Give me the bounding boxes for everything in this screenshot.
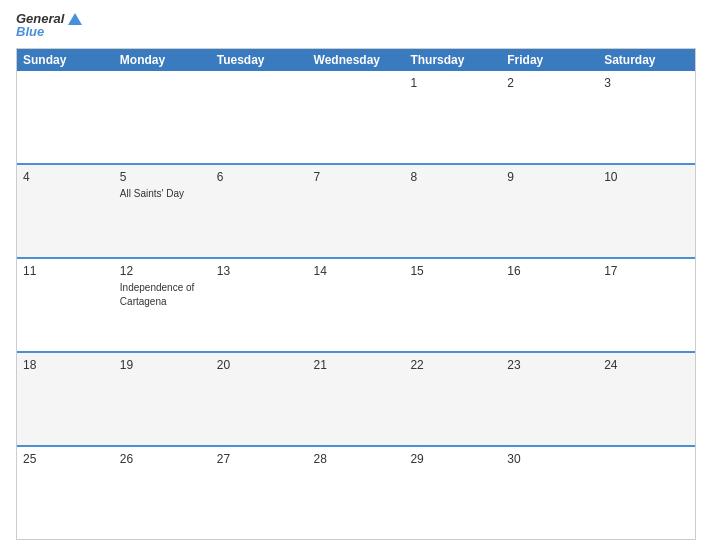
header-thursday: Thursday — [404, 49, 501, 71]
header-sunday: Sunday — [17, 49, 114, 71]
day-cell: 1 — [404, 71, 501, 163]
day-number: 16 — [507, 264, 592, 278]
day-number: 11 — [23, 264, 108, 278]
day-cell: 27 — [211, 447, 308, 539]
day-number: 18 — [23, 358, 108, 372]
day-cell: 24 — [598, 353, 695, 445]
day-cell: 19 — [114, 353, 211, 445]
calendar-page: General Blue Sunday Monday Tuesday Wedne… — [0, 0, 712, 550]
day-cell: 25 — [17, 447, 114, 539]
day-cell: 11 — [17, 259, 114, 351]
day-cell: 8 — [404, 165, 501, 257]
day-cell: 23 — [501, 353, 598, 445]
day-headers: Sunday Monday Tuesday Wednesday Thursday… — [17, 49, 695, 71]
calendar-grid: Sunday Monday Tuesday Wednesday Thursday… — [16, 48, 696, 540]
day-number: 21 — [314, 358, 399, 372]
header-tuesday: Tuesday — [211, 49, 308, 71]
day-number: 12 — [120, 264, 205, 278]
day-number: 17 — [604, 264, 689, 278]
day-cell — [308, 71, 405, 163]
day-number: 8 — [410, 170, 495, 184]
day-cell: 7 — [308, 165, 405, 257]
day-number: 30 — [507, 452, 592, 466]
week-3: 1112Independence of Cartagena1314151617 — [17, 257, 695, 351]
day-number: 25 — [23, 452, 108, 466]
weeks-container: 12345All Saints' Day6789101112Independen… — [17, 71, 695, 539]
header-wednesday: Wednesday — [308, 49, 405, 71]
day-cell: 30 — [501, 447, 598, 539]
day-cell — [211, 71, 308, 163]
day-number: 4 — [23, 170, 108, 184]
day-number: 9 — [507, 170, 592, 184]
day-cell: 2 — [501, 71, 598, 163]
day-number: 29 — [410, 452, 495, 466]
day-cell: 26 — [114, 447, 211, 539]
week-1: 123 — [17, 71, 695, 163]
header: General Blue — [16, 12, 696, 40]
event-text: Independence of Cartagena — [120, 282, 195, 307]
day-number: 3 — [604, 76, 689, 90]
day-number: 2 — [507, 76, 592, 90]
day-cell: 16 — [501, 259, 598, 351]
day-cell: 5All Saints' Day — [114, 165, 211, 257]
day-number: 23 — [507, 358, 592, 372]
day-number: 6 — [217, 170, 302, 184]
day-number: 7 — [314, 170, 399, 184]
day-cell: 18 — [17, 353, 114, 445]
logo-blue-text: Blue — [16, 25, 44, 39]
event-text: All Saints' Day — [120, 188, 184, 199]
day-number: 24 — [604, 358, 689, 372]
day-cell: 4 — [17, 165, 114, 257]
day-cell — [114, 71, 211, 163]
day-number: 14 — [314, 264, 399, 278]
day-cell: 29 — [404, 447, 501, 539]
logo: General Blue — [16, 12, 82, 40]
day-cell — [598, 447, 695, 539]
day-number: 19 — [120, 358, 205, 372]
day-number: 15 — [410, 264, 495, 278]
day-number: 26 — [120, 452, 205, 466]
day-cell: 12Independence of Cartagena — [114, 259, 211, 351]
day-cell: 22 — [404, 353, 501, 445]
day-cell: 20 — [211, 353, 308, 445]
day-number: 27 — [217, 452, 302, 466]
day-cell: 13 — [211, 259, 308, 351]
day-number: 22 — [410, 358, 495, 372]
day-cell: 28 — [308, 447, 405, 539]
day-number: 1 — [410, 76, 495, 90]
day-cell: 21 — [308, 353, 405, 445]
day-number: 5 — [120, 170, 205, 184]
week-4: 18192021222324 — [17, 351, 695, 445]
day-cell: 14 — [308, 259, 405, 351]
day-number: 10 — [604, 170, 689, 184]
header-friday: Friday — [501, 49, 598, 71]
day-cell — [17, 71, 114, 163]
header-monday: Monday — [114, 49, 211, 71]
day-number: 20 — [217, 358, 302, 372]
day-cell: 6 — [211, 165, 308, 257]
day-cell: 3 — [598, 71, 695, 163]
day-cell: 15 — [404, 259, 501, 351]
day-number: 13 — [217, 264, 302, 278]
week-5: 252627282930 — [17, 445, 695, 539]
header-saturday: Saturday — [598, 49, 695, 71]
day-number: 28 — [314, 452, 399, 466]
day-cell: 10 — [598, 165, 695, 257]
day-cell: 17 — [598, 259, 695, 351]
day-cell: 9 — [501, 165, 598, 257]
week-2: 45All Saints' Day678910 — [17, 163, 695, 257]
